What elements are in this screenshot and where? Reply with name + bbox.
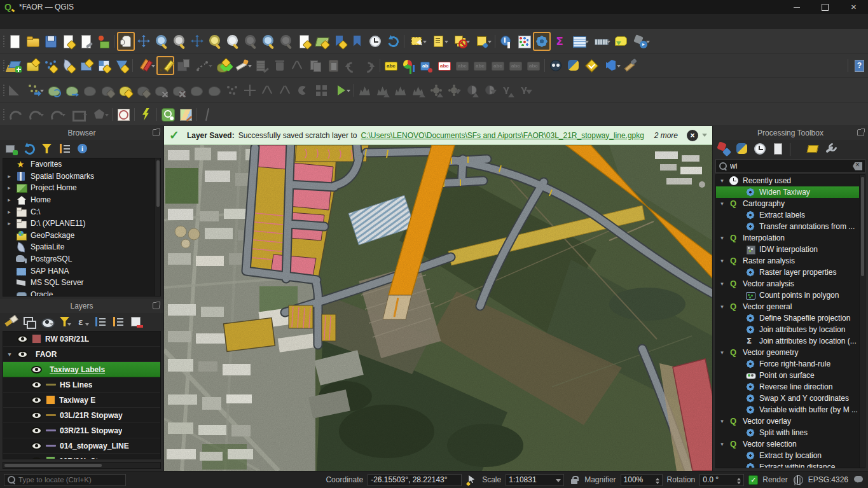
browser-filter-button[interactable] [39, 141, 55, 157]
processing-alg-force-right-hand-rule[interactable]: Force right-hand-rule [716, 358, 865, 370]
render-checkbox[interactable]: ✓ [748, 475, 758, 485]
pan-map-button[interactable] [117, 32, 135, 51]
offset-curve-button[interactable] [205, 81, 223, 100]
rotation-spinbox[interactable]: 0.0 ° [699, 474, 744, 486]
processing-group-vector-geometry[interactable]: Vector geometry [716, 347, 865, 358]
collapse-all-button[interactable] [111, 314, 126, 330]
rotate-feature-button[interactable] [45, 81, 63, 100]
new-project-button[interactable] [6, 32, 24, 51]
notification-caret-icon[interactable] [702, 134, 707, 139]
locate-input[interactable] [18, 476, 123, 484]
expander-icon[interactable] [719, 349, 726, 356]
zoom-to-layer-button[interactable] [224, 32, 242, 51]
visibility-eye-icon[interactable] [31, 381, 42, 389]
decrease-gamma-button[interactable] [516, 81, 534, 100]
delete-ring-button[interactable] [152, 81, 170, 100]
azimuth-measure-button[interactable] [199, 105, 217, 124]
processing-model-designer-button[interactable] [717, 141, 732, 157]
expander-icon[interactable] [719, 235, 726, 241]
new-spatialite-layer-button[interactable] [77, 56, 95, 75]
delete-selected-button[interactable] [271, 56, 289, 75]
close-button[interactable] [839, 0, 868, 14]
menu-item[interactable] [121, 20, 132, 22]
remove-layer-button[interactable] [128, 314, 144, 330]
current-edits-button[interactable] [135, 56, 156, 75]
new-gpx-layer-button[interactable] [95, 56, 113, 75]
visibility-eye-icon[interactable] [31, 366, 42, 373]
layer-014-stopway-line[interactable]: 014_stopway_LINE [3, 438, 160, 454]
processing-alg-reverse-line-direction[interactable]: Reverse line direction [716, 381, 865, 393]
expander-icon[interactable] [719, 258, 726, 264]
processing-group-vector-general[interactable]: Vector general [716, 301, 865, 312]
add-ring-button[interactable] [99, 81, 116, 100]
zoom-full-button[interactable] [188, 32, 206, 51]
menu-item[interactable] [95, 20, 107, 22]
scale-feature-button[interactable] [81, 81, 99, 100]
layers-hscrollbar[interactable] [3, 462, 161, 469]
expand-all-button[interactable] [93, 314, 108, 330]
identify-features-button[interactable] [497, 32, 515, 51]
browser-properties-button[interactable] [75, 141, 90, 157]
decrease-contrast-button[interactable] [481, 81, 499, 100]
undock-icon[interactable] [857, 129, 864, 136]
increase-contrast-button[interactable] [463, 81, 481, 100]
style-manager-button[interactable] [95, 32, 113, 51]
statistical-summary-button[interactable] [515, 32, 533, 51]
ellipse-button[interactable] [45, 105, 67, 124]
layer-03l-21r-stopway[interactable]: 03L/21R Stopway [3, 408, 160, 423]
processing-alg-define-shapefile-projection[interactable]: Define Shapefile projection [716, 312, 865, 324]
pan-to-selection-button[interactable] [135, 32, 153, 51]
messages-icon[interactable] [853, 474, 864, 485]
map-canvas[interactable] [164, 145, 712, 471]
redo-button[interactable] [360, 56, 378, 75]
local-cumulative-stretch-button[interactable] [392, 81, 410, 100]
enable-advanced-digitizing-button[interactable] [6, 81, 24, 100]
expander-icon[interactable] [6, 185, 13, 191]
show-layout-manager-button[interactable] [77, 32, 95, 51]
zoom-native-button[interactable] [242, 32, 259, 51]
layer-diagram-button[interactable] [400, 56, 418, 75]
full-histogram-stretch-button[interactable] [374, 81, 392, 100]
minimize-button[interactable] [782, 0, 811, 14]
browser-item-geopackage[interactable]: GeoPackage [3, 230, 160, 242]
processing-alg-point-on-surface[interactable]: Point on surface [716, 370, 865, 381]
locate-box[interactable] [4, 474, 126, 486]
add-group-button[interactable] [22, 314, 37, 330]
modify-attributes-button[interactable] [253, 56, 271, 75]
copy-features-button[interactable] [307, 56, 324, 75]
toggle-editing-button[interactable] [156, 56, 174, 75]
browser-collapse-all-button[interactable] [57, 141, 72, 157]
processing-alg-swap-x-and-y-coordinates[interactable]: Swap X and Y coordinates [716, 393, 865, 404]
undock-icon[interactable] [153, 302, 160, 309]
layer-taxiway-e[interactable]: Taxiway E [3, 393, 160, 408]
deselect-features-button[interactable] [450, 32, 471, 51]
browser-item-ms-sql-server[interactable]: MS SQL Server [3, 277, 160, 289]
processing-group-vector-analysis[interactable]: Vector analysis [716, 278, 865, 289]
run-feature-action-button[interactable] [630, 32, 651, 51]
select-by-value-button[interactable] [428, 32, 450, 51]
new-temporary-scratch-layer-button[interactable] [41, 56, 59, 75]
layer-taxiway-labels[interactable]: Taxiway Labels [3, 362, 160, 377]
processing-group-vector-selection[interactable]: Vector selection [716, 438, 865, 450]
expander-icon[interactable] [6, 220, 13, 227]
select-features-button[interactable] [406, 32, 428, 51]
plugin-manager-button[interactable] [582, 56, 600, 75]
show-statistical-sum-button[interactable] [551, 32, 568, 51]
pin-labels-button[interactable] [418, 56, 436, 75]
menu-item[interactable] [146, 20, 158, 22]
menu-item[interactable] [159, 20, 170, 22]
digitize-with-segment-button[interactable] [192, 56, 214, 75]
processing-alg-idw-interpolation[interactable]: IDW interpolation [716, 244, 865, 255]
curved-label-button[interactable] [507, 56, 525, 75]
processing-alg-extract-by-location[interactable]: Extract by location [716, 450, 865, 461]
full-cumulative-stretch-button[interactable] [410, 81, 427, 100]
zoom-next-button[interactable] [277, 32, 295, 51]
zoom-in-button[interactable] [153, 32, 170, 51]
processing-options-button[interactable] [823, 141, 839, 157]
browser-scrollbar[interactable] [155, 158, 160, 296]
code-editor-button[interactable] [600, 56, 622, 75]
offset-point-symbols-button[interactable] [312, 81, 330, 100]
new-geopackage-layer-button[interactable] [24, 56, 41, 75]
processing-alg-variable-width-buffer[interactable]: Variable width buffer (by M ... [716, 404, 865, 415]
menu-item[interactable] [45, 20, 56, 22]
